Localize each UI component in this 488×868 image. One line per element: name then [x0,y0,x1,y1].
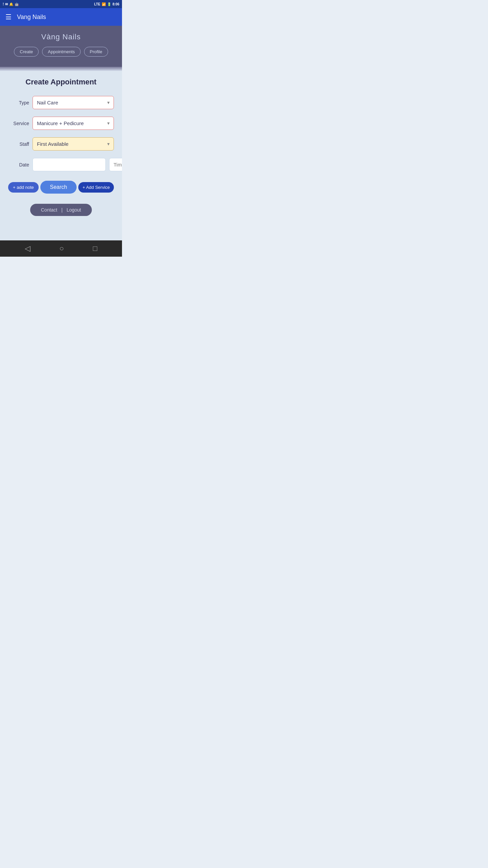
message-icon: ✉ [5,2,8,6]
nav-buttons: Create Appointments Profile [14,47,108,57]
date-input[interactable] [33,158,106,171]
footer-pill: Contact | Logout [30,204,92,216]
footer: Contact | Logout [8,204,114,219]
service-select-wrapper: Manicure + Pedicure Manicure Pedicure ▼ [33,117,114,130]
salon-name: Vàng Nails [41,33,81,41]
recents-icon[interactable]: □ [93,244,97,253]
add-service-button[interactable]: + Add Service [78,182,114,193]
time-input[interactable] [109,158,122,171]
alert-icon: 🔔 [9,2,13,6]
staff-label: Staff [8,141,29,147]
profile-button[interactable]: Profile [84,47,108,57]
salon-header: Vàng Nails Create Appointments Profile [0,26,122,67]
date-label: Date [8,162,29,167]
footer-divider: | [61,207,63,213]
staff-select[interactable]: First Available Any Staff [33,137,114,151]
time-display: 8:06 [113,2,119,6]
app-bar-title: Vang Nails [17,14,46,21]
network-type: LTE [94,2,100,6]
home-icon[interactable]: ○ [59,244,64,253]
main-content: Create Appointment Type Nail Care Hair S… [0,71,122,240]
back-icon[interactable]: ◁ [25,244,30,253]
date-row: Date [8,158,114,171]
create-button[interactable]: Create [14,47,39,57]
hamburger-menu-icon[interactable]: ☰ [5,13,12,21]
battery-icon: 🔋 [107,2,111,6]
type-select[interactable]: Nail Care Hair Spa [33,96,114,109]
type-row: Type Nail Care Hair Spa ▼ [8,96,114,109]
logout-link[interactable]: Logout [66,207,81,213]
service-label: Service [8,121,29,126]
type-select-wrapper: Nail Care Hair Spa ▼ [33,96,114,109]
search-button[interactable]: Search [40,181,77,194]
status-bar-left: ! ✉ 🔔 🤖 [3,2,19,6]
type-label: Type [8,100,29,105]
appointments-button[interactable]: Appointments [42,47,81,57]
android-icon: 🤖 [15,2,19,6]
staff-row: Staff First Available Any Staff ▼ [8,137,114,151]
status-bar-right: LTE 📶 🔋 8:06 [94,2,119,6]
service-row: Service Manicure + Pedicure Manicure Ped… [8,117,114,130]
signal-icon: 📶 [102,2,106,6]
service-select[interactable]: Manicure + Pedicure Manicure Pedicure [33,117,114,130]
page-title: Create Appointment [8,78,114,86]
action-row: + add note Search + Add Service [8,181,114,194]
status-bar: ! ✉ 🔔 🤖 LTE 📶 🔋 8:06 [0,0,122,8]
transition-area [0,67,122,71]
notification-icon: ! [3,2,4,6]
bottom-nav: ◁ ○ □ [0,240,122,257]
add-note-button[interactable]: + add note [8,182,39,193]
staff-select-wrapper: First Available Any Staff ▼ [33,137,114,151]
contact-link[interactable]: Contact [41,207,57,213]
app-bar: ☰ Vang Nails [0,8,122,26]
